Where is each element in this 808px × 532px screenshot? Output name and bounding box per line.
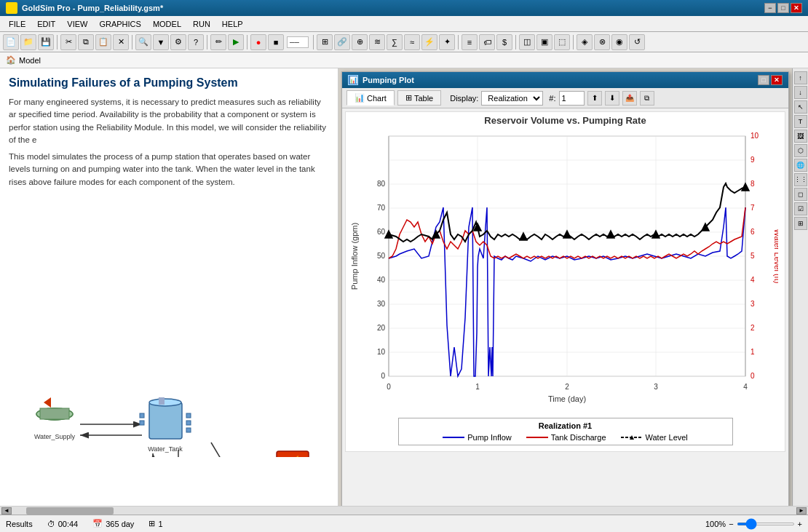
record-button[interactable]: ● <box>250 34 266 50</box>
zoom-minus[interactable]: − <box>729 520 733 528</box>
menu-model[interactable]: MODEL <box>147 18 187 30</box>
scroll-thumb[interactable] <box>26 507 114 515</box>
pump-inflow-line <box>443 437 464 438</box>
run-input[interactable]: ── <box>287 36 309 48</box>
svg-text:3: 3 <box>654 383 658 391</box>
plot-tool-1[interactable]: ⬆ <box>587 91 602 106</box>
right-sidebar: ↑ ↓ ↖ T 🖼 ⬡ 🌐 ⋮⋮ ◻ ☑ ⊞ <box>792 68 808 515</box>
breadcrumb-icon: 🏠 <box>6 55 16 65</box>
open-button[interactable]: 📁 <box>20 34 36 50</box>
sidebar-btn-cursor[interactable]: ↖ <box>794 100 807 114</box>
element-btn-1[interactable]: ⊕ <box>352 34 368 50</box>
breadcrumb: 🏠 Model <box>0 52 808 68</box>
misc-btn-3[interactable]: ◉ <box>611 34 627 50</box>
sidebar-btn-list[interactable]: ⊞ <box>794 217 807 230</box>
legend-title: Realization #1 <box>405 421 726 430</box>
search-button[interactable]: ⚙ <box>170 34 186 50</box>
link-button[interactable]: 🔗 <box>334 34 350 50</box>
zoom-slider[interactable] <box>737 523 795 525</box>
dollar-button[interactable]: $ <box>496 34 512 50</box>
sidebar-btn-check[interactable]: ☑ <box>794 202 807 215</box>
element-btn-6[interactable]: ✦ <box>439 34 455 50</box>
separator-4 <box>247 35 247 49</box>
minimize-button[interactable]: − <box>764 3 776 13</box>
sidebar-btn-globe[interactable]: 🌐 <box>794 159 807 172</box>
zoom-in-button[interactable]: 🔍 <box>135 34 151 50</box>
scroll-right[interactable]: ► <box>796 507 807 515</box>
menu-file[interactable]: FILE <box>3 18 31 30</box>
water-supply-element[interactable]: Water_Supply <box>34 408 76 440</box>
chart-area: Reservoir Volume vs. Pumping Rate <box>345 111 785 452</box>
play-button[interactable]: ▶ <box>228 34 244 50</box>
svg-text:Water_Supply: Water_Supply <box>34 433 76 440</box>
model-diagram: Water_Supply Water_Tank <box>0 199 338 457</box>
element-btn-3[interactable]: ∑ <box>387 34 403 50</box>
separator-7 <box>515 35 516 49</box>
svg-rect-22 <box>140 413 144 418</box>
menu-view[interactable]: VIEW <box>61 18 93 30</box>
view-btn-2[interactable]: ▣ <box>536 34 552 50</box>
sidebar-btn-1[interactable]: ↑ <box>794 71 807 84</box>
zoom-plus[interactable]: + <box>798 520 802 528</box>
svg-text:60: 60 <box>377 228 386 236</box>
view-btn-1[interactable]: ◫ <box>519 34 535 50</box>
element-btn-4[interactable]: ≈ <box>404 34 420 50</box>
water-tank-element[interactable]: Water_Tank <box>140 397 191 453</box>
new-button[interactable]: 📄 <box>3 34 19 50</box>
tab-chart[interactable]: 📊 Chart <box>346 90 395 106</box>
element-btn-5[interactable]: ⚡ <box>421 34 437 50</box>
sidebar-btn-6[interactable]: ◻ <box>794 188 807 201</box>
misc-btn-2[interactable]: ⊗ <box>594 34 610 50</box>
list-button[interactable]: ≡ <box>462 34 478 50</box>
horizontal-scrollbar[interactable]: ◄ ► <box>0 506 808 515</box>
plot-export-btn[interactable]: 📤 <box>622 91 637 106</box>
grid-button[interactable]: ⊞ <box>317 34 333 50</box>
close-button[interactable]: ✕ <box>791 3 802 13</box>
maximize-button[interactable]: □ <box>777 3 789 13</box>
sidebar-btn-dots[interactable]: ⋮⋮ <box>794 173 807 186</box>
sidebar-btn-5[interactable]: ⬡ <box>794 144 807 157</box>
svg-rect-16 <box>40 408 69 419</box>
copy-button[interactable]: ⧉ <box>78 34 94 50</box>
svg-text:7: 7 <box>750 204 755 212</box>
delete-button[interactable]: ✕ <box>113 34 129 50</box>
svg-text:2: 2 <box>565 383 569 391</box>
diagram-area: Water_Supply Water_Tank <box>0 199 338 453</box>
svg-rect-26 <box>186 428 191 432</box>
realization-input[interactable] <box>559 91 585 106</box>
scroll-left[interactable]: ◄ <box>1 507 12 515</box>
pencil-button[interactable]: ✏ <box>210 34 226 50</box>
power-supply-element[interactable]: ⚡ Power_Supply <box>272 451 314 457</box>
stop-button[interactable]: ■ <box>268 34 284 50</box>
cut-button[interactable]: ✂ <box>60 34 76 50</box>
element-btn-2[interactable]: ≋ <box>369 34 385 50</box>
display-select[interactable]: Realization <box>481 91 543 106</box>
breadcrumb-text[interactable]: Model <box>19 56 41 65</box>
filter-button[interactable]: ▼ <box>153 34 169 50</box>
tab-table[interactable]: ⊞ Table <box>397 90 441 106</box>
refresh-button[interactable]: ↺ <box>629 34 645 50</box>
scroll-track[interactable] <box>12 507 796 515</box>
plot-copy-btn[interactable]: ⧉ <box>640 91 654 106</box>
sidebar-btn-text[interactable]: T <box>794 115 807 128</box>
menu-run[interactable]: RUN <box>187 18 216 30</box>
sidebar-btn-image[interactable]: 🖼 <box>794 130 807 143</box>
plot-tool-2[interactable]: ⬇ <box>605 91 619 106</box>
sidebar-btn-2[interactable]: ↓ <box>794 86 807 99</box>
help-button[interactable]: ? <box>188 34 204 50</box>
plot-close-btn[interactable]: ✕ <box>771 75 783 85</box>
misc-btn-1[interactable]: ◈ <box>577 34 593 50</box>
paste-button[interactable]: 📋 <box>95 34 111 50</box>
num-label: #: <box>549 94 555 103</box>
menu-help[interactable]: HELP <box>216 18 249 30</box>
zoom-control: 100% − + <box>705 520 802 528</box>
svg-text:Water Level (ft): Water Level (ft) <box>773 229 778 284</box>
tag-button[interactable]: 🏷 <box>479 34 495 50</box>
view-btn-3[interactable]: ⬚ <box>554 34 570 50</box>
zoom-value: 100% <box>705 520 726 528</box>
separator-5 <box>313 35 314 49</box>
plot-maximize-btn[interactable]: □ <box>758 75 769 85</box>
menu-edit[interactable]: EDIT <box>31 18 61 30</box>
save-button[interactable]: 💾 <box>38 34 54 50</box>
menu-graphics[interactable]: GRAPHICS <box>93 18 146 30</box>
